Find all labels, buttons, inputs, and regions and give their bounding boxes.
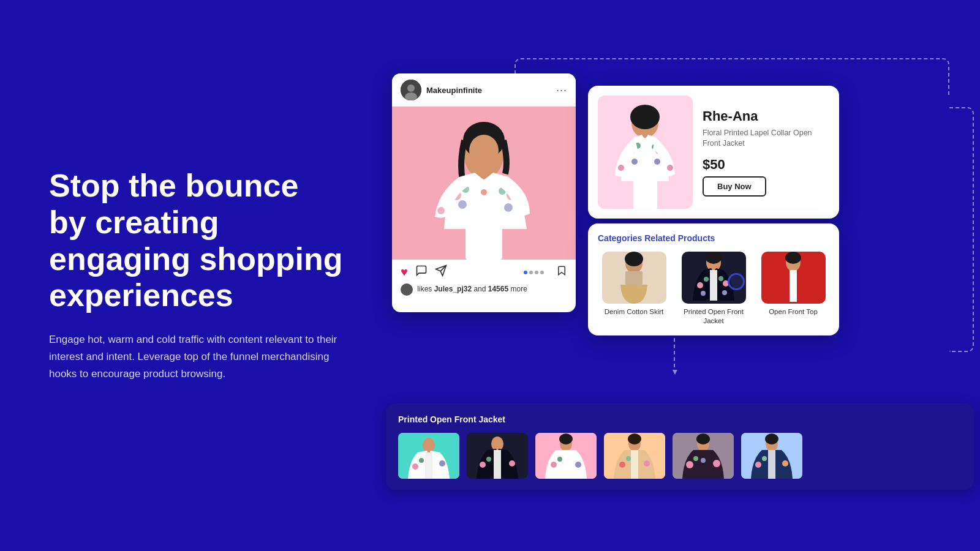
- main-heading: Stop the bounce by creating engaging sho…: [49, 168, 343, 314]
- strip-image-1[interactable]: [398, 433, 459, 479]
- svg-point-26: [654, 159, 660, 165]
- strip-image-5[interactable]: [673, 433, 734, 479]
- right-content: Makeupinfinite ···: [392, 18, 956, 533]
- category-image-top: [761, 252, 826, 304]
- strip-image-2[interactable]: [467, 433, 528, 479]
- svg-point-58: [486, 457, 491, 462]
- instagram-username: Makeupinfinite: [426, 86, 556, 95]
- svg-point-9: [458, 200, 467, 209]
- product-card: Rhe-Ana Floral Printed Lapel Collar Open…: [588, 86, 839, 219]
- buy-now-button[interactable]: Buy Now: [703, 176, 766, 197]
- category-image-skirt: [602, 252, 666, 304]
- svg-point-63: [559, 433, 573, 444]
- svg-rect-44: [710, 270, 717, 301]
- likes-user: Jules_pj32: [434, 285, 472, 293]
- category-item-skirt[interactable]: Denim Cotton Skirt: [598, 252, 670, 326]
- svg-point-76: [696, 433, 710, 444]
- bookmark-icon[interactable]: [556, 265, 567, 279]
- svg-point-72: [644, 460, 650, 467]
- svg-point-71: [626, 456, 631, 461]
- category-name-skirt: Denim Cotton Skirt: [605, 307, 664, 317]
- category-item-top[interactable]: Open Front Top: [757, 252, 829, 326]
- svg-point-77: [686, 461, 693, 468]
- svg-point-64: [551, 462, 557, 468]
- instagram-post-image: [392, 107, 576, 260]
- product-info: Rhe-Ana Floral Printed Lapel Collar Open…: [703, 96, 829, 209]
- bottom-product-strip: Printed Open Front Jacket: [386, 403, 974, 490]
- svg-point-70: [619, 462, 625, 468]
- svg-point-13: [481, 189, 487, 195]
- likes-count: 14565: [488, 285, 508, 293]
- svg-rect-54: [425, 452, 432, 479]
- categories-grid: Denim Cotton Skirt: [598, 252, 829, 326]
- svg-point-50: [423, 438, 435, 452]
- carousel-dots: [524, 271, 544, 274]
- share-icon[interactable]: [435, 264, 447, 280]
- dashed-right-border: ←: [949, 107, 974, 352]
- svg-rect-87: [768, 450, 775, 479]
- svg-point-32: [625, 252, 643, 266]
- product-name: Rhe-Ana: [703, 108, 829, 124]
- svg-point-56: [491, 437, 503, 451]
- category-item-jacket[interactable]: Printed Open Front Jacket: [677, 252, 750, 326]
- svg-point-69: [628, 433, 641, 444]
- svg-rect-33: [625, 271, 643, 285]
- svg-point-47: [785, 252, 801, 264]
- avatar: [401, 80, 421, 100]
- sub-text: Engage hot, warm and cold traffic with c…: [49, 332, 343, 383]
- svg-point-38: [697, 282, 703, 288]
- svg-point-1: [407, 84, 415, 92]
- instagram-card: Makeupinfinite ···: [392, 73, 576, 312]
- svg-point-12: [504, 203, 513, 212]
- svg-rect-27: [633, 178, 657, 209]
- instagram-actions: ♥: [392, 260, 576, 282]
- strip-image-6[interactable]: [741, 433, 802, 479]
- svg-point-43: [722, 290, 727, 295]
- comment-icon[interactable]: [415, 264, 428, 280]
- svg-point-65: [557, 457, 562, 462]
- strip-image-3[interactable]: [535, 433, 597, 479]
- categories-title: Categories Related Products: [598, 233, 829, 243]
- product-image: [598, 96, 693, 209]
- left-content: Stop the bounce by creating engaging sho…: [49, 168, 343, 383]
- heart-icon[interactable]: ♥: [401, 265, 408, 279]
- dot-3: [535, 271, 538, 274]
- category-name-jacket: Printed Open Front Jacket: [677, 307, 750, 326]
- svg-rect-60: [494, 450, 501, 479]
- strip-images-container: [398, 433, 962, 479]
- instagram-header: Makeupinfinite ···: [392, 73, 576, 107]
- likes-avatar: [401, 283, 413, 296]
- svg-point-28: [618, 165, 624, 171]
- svg-point-53: [439, 460, 445, 467]
- svg-point-66: [575, 462, 581, 468]
- svg-point-78: [693, 456, 698, 461]
- svg-point-37: [706, 252, 722, 264]
- strip-image-4[interactable]: [604, 433, 665, 479]
- strip-title: Printed Open Front Jacket: [398, 414, 962, 424]
- highlight-circle: [728, 273, 745, 290]
- categories-card: Categories Related Products: [588, 223, 839, 335]
- product-description: Floral Printed Lapel Collar Open Front J…: [703, 128, 829, 149]
- more-options-icon[interactable]: ···: [556, 84, 567, 97]
- svg-point-59: [509, 460, 515, 467]
- svg-point-29: [667, 165, 673, 171]
- category-name-top: Open Front Top: [769, 307, 818, 317]
- svg-point-83: [765, 433, 778, 444]
- svg-point-6: [469, 135, 499, 167]
- svg-point-52: [419, 458, 424, 463]
- svg-point-86: [782, 460, 788, 467]
- dot-1: [524, 271, 527, 274]
- svg-point-84: [755, 462, 761, 468]
- svg-point-79: [713, 460, 720, 467]
- dot-4: [540, 271, 544, 274]
- svg-rect-48: [790, 270, 797, 302]
- svg-point-42: [701, 291, 706, 296]
- svg-point-57: [480, 462, 486, 468]
- svg-point-41: [718, 276, 723, 281]
- svg-point-25: [631, 159, 638, 165]
- product-price: $50: [703, 157, 829, 173]
- svg-point-15: [437, 207, 445, 214]
- svg-rect-73: [631, 450, 638, 479]
- svg-point-51: [412, 463, 418, 470]
- svg-point-80: [701, 458, 706, 463]
